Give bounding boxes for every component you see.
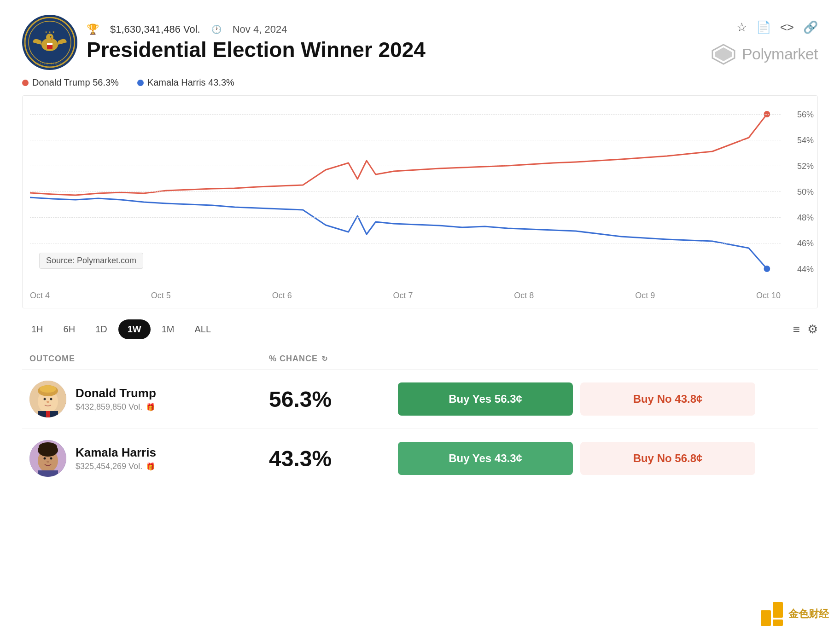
settings-icon[interactable]: ⚙ <box>807 322 818 336</box>
filter-icon[interactable]: ≡ <box>793 322 800 336</box>
harris-buy-yes-button[interactable]: Buy Yes 43.3¢ <box>398 442 573 475</box>
col-outcome-header: OUTCOME <box>29 354 269 364</box>
time-btn-1m[interactable]: 1M <box>152 319 184 339</box>
header-meta: 🏆 $1,630,341,486 Vol. 🕐 Nov 4, 2024 Pres… <box>87 23 426 62</box>
volume-text: $1,630,341,486 Vol. <box>110 23 200 35</box>
grid-line-52: 52% <box>30 166 781 166</box>
trump-details: Donald Trump $432,859,850 Vol. 🎁 <box>76 386 156 412</box>
watermark-text: 金色财经 <box>788 607 829 621</box>
time-buttons: 1H 6H 1D 1W 1M ALL <box>22 319 220 339</box>
harris-details: Kamala Harris $325,454,269 Vol. 🎁 <box>76 446 156 471</box>
header-right: ☆ 📄 <> 🔗 Polymarket <box>712 20 818 65</box>
trump-name: Donald Trump <box>76 386 156 400</box>
trump-gift-icon[interactable]: 🎁 <box>146 403 155 411</box>
header-icons: ☆ 📄 <> 🔗 <box>736 20 818 35</box>
refresh-icon[interactable]: ↻ <box>321 354 328 363</box>
svg-rect-31 <box>761 610 771 626</box>
time-btn-1h[interactable]: 1H <box>22 319 52 339</box>
trump-buy-no-button[interactable]: Buy No 43.8¢ <box>580 382 755 416</box>
svg-marker-11 <box>715 47 732 61</box>
x-axis: Oct 4 Oct 5 Oct 6 Oct 7 Oct 8 Oct 9 Oct … <box>30 287 781 301</box>
trump-volume: $432,859,850 Vol. 🎁 <box>76 402 156 412</box>
x-label-oct6: Oct 6 <box>272 291 292 301</box>
svg-point-27 <box>44 457 46 460</box>
harris-name: Kamala Harris <box>76 446 156 460</box>
document-icon[interactable]: 📄 <box>756 20 771 35</box>
chart-legend: Donald Trump 56.3% Kamala Harris 43.3% <box>22 77 818 88</box>
x-label-oct5: Oct 5 <box>151 291 171 301</box>
svg-text:★ ★ ★: ★ ★ ★ <box>45 30 55 34</box>
y-label-48: 48% <box>797 213 814 223</box>
x-label-oct9: Oct 9 <box>635 291 655 301</box>
link-icon[interactable]: 🔗 <box>803 20 818 35</box>
trump-info: Donald Trump $432,859,850 Vol. 🎁 <box>29 381 269 417</box>
svg-rect-32 <box>773 602 783 618</box>
grid-line-44: 44% <box>30 269 781 269</box>
y-label-50: 50% <box>797 187 814 197</box>
polymarket-logo: Polymarket <box>712 44 818 65</box>
legend-trump: Donald Trump 56.3% <box>22 77 119 88</box>
trump-chance: 56.3% <box>269 387 398 412</box>
svg-rect-7 <box>47 43 52 45</box>
table-header: OUTCOME % CHANCE ↻ <box>22 354 818 364</box>
watermark: 金色财经 <box>761 602 829 626</box>
harris-info: Kamala Harris $325,454,269 Vol. 🎁 <box>29 440 269 477</box>
svg-rect-33 <box>773 620 783 626</box>
control-icons: ≡ ⚙ <box>793 322 818 336</box>
time-btn-all[interactable]: ALL <box>186 319 221 339</box>
harris-dot <box>137 80 144 86</box>
harris-gift-icon[interactable]: 🎁 <box>146 462 155 471</box>
svg-point-17 <box>40 385 56 393</box>
x-label-oct4: Oct 4 <box>30 291 50 301</box>
page-header: ★ ★ ★ UNITED STATES 🏆 $1,630,341,486 Vol… <box>22 15 818 70</box>
y-label-46: 46% <box>797 239 814 249</box>
source-label: Source: Polymarket.com <box>39 253 143 269</box>
trump-actions: Buy Yes 56.3¢ Buy No 43.8¢ <box>398 382 811 416</box>
date-text: Nov 4, 2024 <box>233 23 287 35</box>
harris-chance: 43.3% <box>269 446 398 471</box>
y-label-54: 54% <box>797 136 814 145</box>
trophy-icon: 🏆 <box>87 23 99 35</box>
svg-text:UNITED STATES: UNITED STATES <box>35 62 65 65</box>
table-row-trump: Donald Trump $432,859,850 Vol. 🎁 56.3% B… <box>22 369 818 429</box>
svg-rect-30 <box>38 470 58 477</box>
x-label-oct10: Oct 10 <box>756 291 781 301</box>
y-label-44: 44% <box>797 265 814 274</box>
trump-legend-label: Donald Trump 56.3% <box>32 77 119 88</box>
time-btn-1w[interactable]: 1W <box>118 319 151 339</box>
x-label-oct8: Oct 8 <box>514 291 534 301</box>
grid-line-56: 56% <box>30 114 781 115</box>
svg-point-28 <box>50 457 52 460</box>
presidential-seal: ★ ★ ★ UNITED STATES <box>22 15 77 70</box>
svg-point-18 <box>44 398 46 400</box>
code-icon[interactable]: <> <box>780 20 794 35</box>
grid-line-46: 46% <box>30 243 781 243</box>
svg-point-20 <box>47 401 49 403</box>
grid-line-48: 48% <box>30 217 781 218</box>
meta-row: 🏆 $1,630,341,486 Vol. 🕐 Nov 4, 2024 <box>87 23 426 35</box>
svg-point-4 <box>46 34 53 41</box>
grid-line-50: 50% <box>30 191 781 192</box>
star-icon[interactable]: ☆ <box>736 20 747 35</box>
polymarket-label: Polymarket <box>742 45 818 63</box>
table-row-harris: Kamala Harris $325,454,269 Vol. 🎁 43.3% … <box>22 429 818 488</box>
y-label-52: 52% <box>797 162 814 171</box>
harris-legend-label: Kamala Harris 43.3% <box>147 77 234 88</box>
time-btn-6h[interactable]: 6H <box>54 319 85 339</box>
trump-buy-yes-button[interactable]: Buy Yes 56.3¢ <box>398 382 573 416</box>
trump-avatar <box>29 381 66 417</box>
svg-rect-22 <box>46 411 50 417</box>
harris-avatar <box>29 440 66 477</box>
harris-volume: $325,454,269 Vol. 🎁 <box>76 462 156 471</box>
legend-harris: Kamala Harris 43.3% <box>137 77 234 88</box>
harris-actions: Buy Yes 43.3¢ Buy No 56.8¢ <box>398 442 811 475</box>
col-chance-header: % CHANCE ↻ <box>269 354 398 364</box>
time-controls: 1H 6H 1D 1W 1M ALL ≡ ⚙ <box>22 319 818 339</box>
svg-point-5 <box>50 36 52 38</box>
harris-buy-no-button[interactable]: Buy No 56.8¢ <box>580 442 755 475</box>
x-label-oct7: Oct 7 <box>393 291 413 301</box>
time-btn-1d[interactable]: 1D <box>86 319 117 339</box>
chart-area: 56% 54% 52% 50% 48% 46% 44% <box>30 103 781 287</box>
grid-line-54: 54% <box>30 140 781 140</box>
page-title: Presidential Election Winner 2024 <box>87 38 426 62</box>
